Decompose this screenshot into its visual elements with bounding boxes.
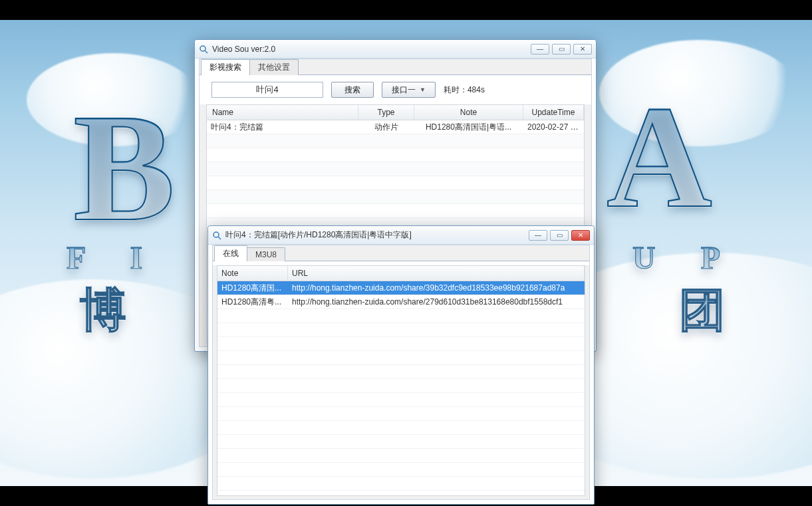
search-input[interactable]: [211, 82, 323, 98]
col-note[interactable]: Note: [414, 105, 523, 120]
close-button[interactable]: ✕: [571, 230, 590, 241]
bg-letter-a: A: [607, 73, 712, 241]
col-time[interactable]: UpdateTime: [523, 105, 584, 120]
cell-url: http://hong.tianzhen-zuida.com/share/279…: [288, 296, 585, 308]
url-row-empty: [217, 421, 585, 435]
svg-point-0: [200, 46, 205, 51]
tab-search-label: 影视搜索: [209, 63, 241, 72]
bg-letter-fi: F I: [67, 239, 161, 276]
tab-settings-label: 其他设置: [258, 63, 290, 72]
results-header: Name Type Note UpdateTime: [207, 105, 584, 120]
col-url-note[interactable]: Note: [217, 266, 288, 281]
url-row-empty: [217, 365, 585, 379]
cell-note: HD1280高清国语|粤语...: [414, 120, 523, 134]
col-type[interactable]: Type: [358, 105, 414, 120]
url-table: Note URL HD1280高清国...http://hong.tianzhe…: [217, 265, 585, 496]
bg-cjk-right: 团: [679, 279, 726, 342]
table-row-empty: [207, 190, 584, 204]
minimize-button[interactable]: —: [529, 230, 547, 241]
svg-line-3: [218, 237, 221, 239]
detail-tabs: 在线 M3U8: [213, 245, 589, 261]
tab-m3u8[interactable]: M3U8: [247, 247, 285, 261]
cell-url-note: HD1280高清国...: [217, 281, 288, 295]
url-row-empty: [217, 337, 585, 351]
url-row-empty: [217, 449, 585, 463]
url-row-empty: [217, 379, 585, 393]
close-button[interactable]: ✕: [573, 44, 592, 55]
url-row[interactable]: HD1280高清粤...http://hong.tianzhen-zuida.c…: [217, 295, 585, 309]
table-row-empty: [207, 176, 584, 190]
table-row[interactable]: 叶问4：完结篇动作片HD1280高清国语|粤语...2020-02-27 14:…: [207, 120, 584, 134]
tab-search[interactable]: 影视搜索: [201, 59, 250, 75]
timer-value: 484s: [468, 85, 485, 94]
url-body[interactable]: HD1280高清国...http://hong.tianzhen-zuida.c…: [217, 281, 585, 495]
table-row-empty: [207, 148, 584, 162]
detail-titlebar[interactable]: 叶问4：完结篇[动作片/HD1280高清国语|粤语中字版] — ▭ ✕: [208, 226, 594, 245]
black-bar-top: [0, 0, 812, 20]
detail-title: 叶问4：完结篇[动作片/HD1280高清国语|粤语中字版]: [225, 229, 412, 241]
chevron-down-icon: ▼: [420, 86, 426, 93]
table-row-empty: [207, 134, 584, 148]
url-row[interactable]: HD1280高清国...http://hong.tianzhen-zuida.c…: [217, 281, 585, 295]
tab-m3u8-label: M3U8: [255, 250, 277, 259]
detail-window: 叶问4：完结篇[动作片/HD1280高清国语|粤语中字版] — ▭ ✕ 在线 M…: [207, 225, 595, 505]
col-url[interactable]: URL: [288, 266, 585, 281]
cell-time: 2020-02-27 14:05:06: [523, 121, 584, 133]
timer-label: 耗时：484s: [444, 84, 485, 96]
url-row-empty: [217, 309, 585, 323]
interface-combo[interactable]: 接口一 ▼: [382, 82, 436, 98]
col-name[interactable]: Name: [207, 105, 358, 120]
tab-settings[interactable]: 其他设置: [249, 59, 299, 75]
maximize-button[interactable]: ▭: [552, 44, 571, 55]
main-title: Video Sou ver:2.0: [212, 45, 275, 54]
table-row-empty: [207, 162, 584, 176]
search-button-label: 搜索: [344, 84, 360, 96]
timer-label-text: 耗时：: [444, 85, 468, 94]
main-titlebar[interactable]: Video Sou ver:2.0 — ▭ ✕: [195, 40, 596, 59]
cell-url: http://hong.tianzhen-zuida.com/share/39b…: [288, 282, 585, 294]
url-row-empty: [217, 351, 585, 365]
cell-name: 叶问4：完结篇: [207, 120, 358, 134]
bg-cjk-left: 博: [80, 279, 126, 342]
minimize-button[interactable]: —: [531, 44, 549, 55]
cell-url-note: HD1280高清粤...: [217, 295, 288, 309]
url-row-empty: [217, 477, 585, 491]
svg-line-1: [205, 51, 207, 53]
url-row-empty: [217, 407, 585, 421]
url-header: Note URL: [217, 266, 585, 281]
search-row: 搜索 接口一 ▼ 耗时：484s: [200, 75, 591, 104]
url-row-empty: [217, 323, 585, 337]
table-row-empty: [207, 204, 584, 218]
interface-combo-label: 接口一: [392, 84, 416, 96]
svg-point-2: [213, 232, 219, 237]
search-button[interactable]: 搜索: [331, 82, 374, 98]
url-row-empty: [217, 463, 585, 477]
app-icon: [199, 45, 208, 54]
maximize-button[interactable]: ▭: [550, 230, 569, 241]
url-row-empty: [217, 393, 585, 407]
main-tabs: 影视搜索 其他设置: [200, 59, 591, 75]
cell-type: 动作片: [358, 120, 414, 134]
bg-letter-b: B: [73, 80, 175, 256]
tab-online[interactable]: 在线: [214, 245, 247, 261]
url-row-empty: [217, 435, 585, 449]
bg-letter-up: U P: [632, 239, 739, 276]
tab-online-label: 在线: [223, 249, 239, 258]
app-icon: [212, 231, 221, 240]
